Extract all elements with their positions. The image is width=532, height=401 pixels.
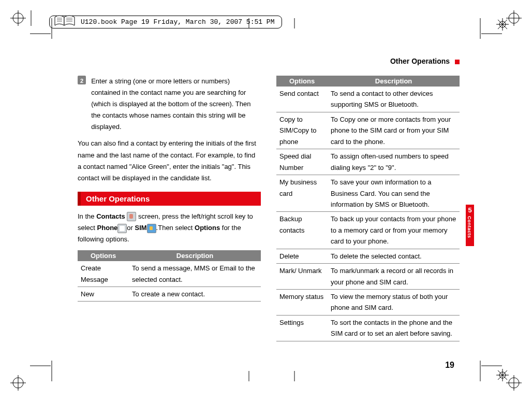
crop-line bbox=[481, 28, 502, 40]
chapter-label: Contacts bbox=[467, 216, 472, 238]
sim-icon bbox=[147, 224, 156, 233]
table-row: Create Message To send a message, MMS or… bbox=[78, 261, 261, 287]
intro-paragraph: You can also find a contact by entering … bbox=[78, 138, 261, 183]
step-text: Enter a string (one or more letters or n… bbox=[91, 76, 261, 133]
page-content: Other Operations 2 Enter a string (one o… bbox=[78, 57, 460, 349]
table-row: Mark/ UnmarkTo mark/unmark a record or a… bbox=[276, 264, 460, 290]
table-row: Speed dial NumberTo assign often-used nu… bbox=[276, 149, 460, 175]
page-number: 19 bbox=[445, 361, 454, 370]
framemaker-header: U120.book Page 19 Friday, March 30, 2007… bbox=[49, 16, 282, 28]
contacts-instructions: In the Contacts screen, press the left/r… bbox=[78, 211, 261, 245]
step-2: 2 Enter a string (one or more letters or… bbox=[78, 76, 261, 133]
options-table-right: Options Description Send contactTo send … bbox=[276, 76, 460, 341]
crop-line bbox=[287, 18, 302, 30]
table-row: Memory statusTo view the memory status o… bbox=[276, 290, 460, 316]
book-icon bbox=[54, 13, 76, 28]
phone-icon bbox=[117, 224, 127, 233]
table-row: New To create a new contact. bbox=[78, 287, 261, 302]
crop-line bbox=[481, 361, 502, 373]
col-header-options: Options bbox=[78, 250, 129, 261]
table-row: My business cardTo save your own informa… bbox=[276, 175, 460, 212]
col-header-options: Options bbox=[276, 76, 328, 87]
running-head-text: Other Operations bbox=[390, 57, 450, 65]
col-header-description: Description bbox=[328, 76, 460, 87]
left-column: 2 Enter a string (one or more letters or… bbox=[78, 76, 261, 341]
chapter-number: 5 bbox=[466, 205, 474, 214]
header-text: U120.book Page 19 Friday, March 30, 2007… bbox=[81, 18, 274, 26]
step-number: 2 bbox=[78, 76, 86, 84]
chapter-tab: 5 Contacts bbox=[466, 205, 474, 246]
section-heading: Other Operations bbox=[78, 192, 261, 206]
crop-line bbox=[241, 371, 257, 383]
crop-line bbox=[287, 371, 302, 383]
table-row: SettingsTo sort the contacts in the phon… bbox=[276, 315, 460, 341]
accent-square-icon bbox=[455, 60, 460, 64]
crop-line bbox=[30, 28, 51, 40]
right-column: Options Description Send contactTo send … bbox=[276, 76, 460, 341]
options-table-left: Options Description Create Message To se… bbox=[78, 250, 261, 302]
table-row: Backup contactsTo back up your contacts … bbox=[276, 212, 460, 249]
section-title: Other Operations bbox=[83, 194, 150, 203]
crop-line bbox=[30, 361, 51, 373]
contacts-icon bbox=[127, 212, 136, 221]
table-row: Copy to SIM/Copy to phoneTo Copy one or … bbox=[276, 112, 460, 149]
col-header-description: Description bbox=[129, 250, 261, 261]
table-row: DeleteTo delete the selected contact. bbox=[276, 249, 460, 263]
table-row: Send contactTo send a contact to other d… bbox=[276, 87, 460, 112]
running-head: Other Operations bbox=[78, 57, 460, 65]
